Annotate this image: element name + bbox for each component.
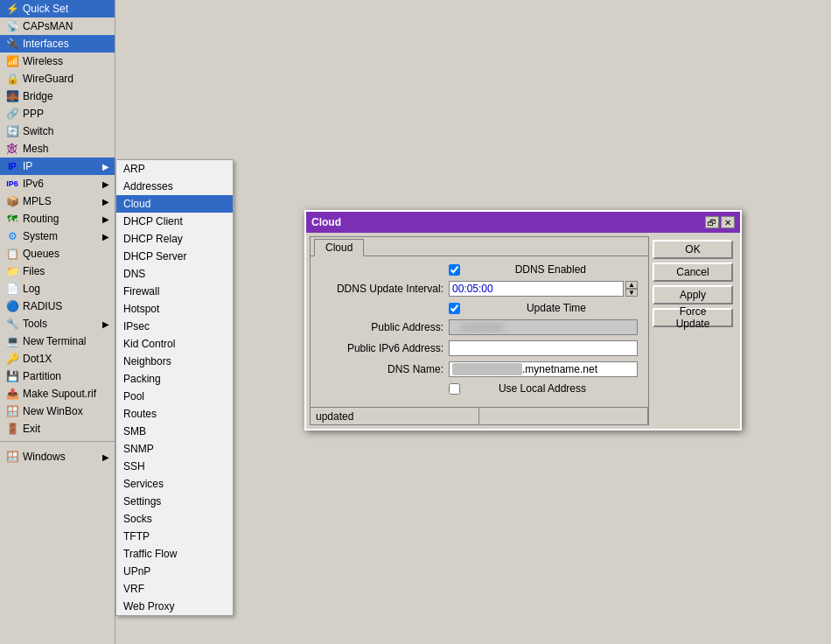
ddns-enabled-checkbox-row: DDNS Enabled — [449, 263, 591, 276]
public-address-input[interactable] — [449, 319, 638, 335]
sidebar-item-new-terminal[interactable]: 💻 New Terminal — [0, 332, 115, 350]
sidebar-item-make-supout[interactable]: 📤 Make Supout.rif — [0, 385, 115, 402]
ok-button[interactable]: OK — [653, 240, 733, 259]
sidebar-item-mesh[interactable]: 🕸 Mesh — [0, 140, 115, 158]
submenu-item-snmp[interactable]: SNMP — [116, 440, 233, 458]
sidebar-item-capsman[interactable]: 📡 CAPsMAN — [0, 18, 115, 35]
submenu-item-hotspot[interactable]: Hotspot — [116, 300, 233, 318]
ip-submenu: ARP Addresses Cloud DHCP Client DHCP Rel… — [115, 159, 234, 616]
sidebar: ⚡ Quick Set 📡 CAPsMAN 🔌 Interfaces 📶 Wir… — [0, 0, 115, 644]
sidebar-item-wireguard[interactable]: 🔒 WireGuard — [0, 70, 115, 88]
submenu-item-web-proxy[interactable]: Web Proxy — [116, 598, 233, 615]
submenu-item-ssh[interactable]: SSH — [116, 458, 233, 475]
submenu-item-addresses[interactable]: Addresses — [116, 178, 233, 195]
sidebar-item-label: Log — [23, 283, 40, 295]
submenu-item-dhcp-client[interactable]: DHCP Client — [116, 213, 233, 230]
cancel-button[interactable]: Cancel — [653, 262, 733, 282]
public-ipv6-row: Public IPv6 Address: — [321, 340, 638, 356]
submenu-item-settings[interactable]: Settings — [116, 493, 233, 510]
submenu-item-arp[interactable]: ARP — [116, 160, 233, 178]
ppp-icon: 🔗 — [5, 107, 19, 121]
submenu-item-pool[interactable]: Pool — [116, 388, 233, 405]
sidebar-item-ipv6[interactable]: IP6 IPv6 ▶ — [0, 175, 115, 192]
mpls-icon: 📦 — [5, 194, 19, 208]
dialog-close-button[interactable]: ✕ — [721, 216, 735, 228]
sidebar-item-windows[interactable]: 🪟 Windows ▶ — [0, 448, 115, 466]
update-time-checkbox[interactable] — [449, 303, 460, 314]
ddns-interval-input[interactable]: 00:05:00 — [449, 281, 624, 297]
submenu-item-socks[interactable]: Socks — [116, 510, 233, 528]
routing-icon: 🗺 — [5, 212, 19, 226]
dialog-restore-button[interactable]: 🗗 — [705, 216, 719, 228]
sidebar-item-new-winbox[interactable]: 🪟 New WinBox — [0, 402, 115, 420]
sidebar-item-label: Switch — [23, 125, 53, 137]
exit-icon: 🚪 — [5, 422, 19, 436]
sidebar-item-label: RADIUS — [23, 300, 62, 312]
submenu-item-services[interactable]: Services — [116, 475, 233, 493]
status-label: updated — [316, 410, 353, 423]
submenu-item-kid-control[interactable]: Kid Control — [116, 335, 233, 353]
submenu-item-dhcp-server[interactable]: DHCP Server — [116, 248, 233, 265]
ip-icon: IP — [5, 159, 19, 173]
submenu-item-dns[interactable]: DNS — [116, 265, 233, 283]
submenu-item-neighbors[interactable]: Neighbors — [116, 353, 233, 370]
submenu-item-dhcp-relay[interactable]: DHCP Relay — [116, 230, 233, 248]
sidebar-item-ppp[interactable]: 🔗 PPP — [0, 105, 115, 122]
force-update-button[interactable]: Force Update — [653, 308, 733, 327]
submenu-item-routes[interactable]: Routes — [116, 405, 233, 423]
sidebar-item-mpls[interactable]: 📦 MPLS ▶ — [0, 192, 115, 210]
submenu-item-tftp[interactable]: TFTP — [116, 528, 233, 545]
routing-arrow-icon: ▶ — [102, 214, 109, 224]
submenu-item-packing[interactable]: Packing — [116, 370, 233, 388]
sidebar-item-label: IP — [23, 160, 32, 172]
submenu-item-smb[interactable]: SMB — [116, 423, 233, 440]
submenu-item-ipsec[interactable]: IPsec — [116, 318, 233, 335]
interval-spin-down[interactable]: ▼ — [625, 289, 638, 297]
sidebar-item-files[interactable]: 📁 Files — [0, 262, 115, 280]
sidebar-item-interfaces[interactable]: 🔌 Interfaces — [0, 35, 115, 52]
interval-spin-up[interactable]: ▲ — [625, 281, 638, 289]
sidebar-item-queues[interactable]: 📋 Queues — [0, 245, 115, 262]
submenu-item-vrf[interactable]: VRF — [116, 580, 233, 598]
sidebar-item-wireless[interactable]: 📶 Wireless — [0, 52, 115, 70]
sidebar-item-switch[interactable]: 🔄 Switch — [0, 122, 115, 140]
dot1x-icon: 🔑 — [5, 352, 19, 366]
sidebar-item-label: Files — [23, 265, 45, 277]
ddns-enabled-checkbox[interactable] — [449, 264, 460, 276]
submenu-item-label: SNMP — [123, 443, 154, 455]
apply-button[interactable]: Apply — [653, 285, 733, 304]
submenu-item-upnp[interactable]: UPnP — [116, 563, 233, 580]
sidebar-item-ip[interactable]: IP IP ▶ — [0, 158, 115, 175]
sidebar-item-radius[interactable]: 🔵 RADIUS — [0, 298, 115, 315]
update-time-checkbox-row: Update Time — [449, 302, 591, 314]
dns-name-blurred — [452, 363, 522, 375]
tab-cloud[interactable]: Cloud — [314, 239, 364, 256]
submenu-item-label: Services — [123, 478, 164, 490]
submenu-item-label: UPnP — [123, 565, 150, 578]
submenu-item-label: SMB — [123, 425, 146, 438]
submenu-item-traffic-flow[interactable]: Traffic Flow — [116, 545, 233, 563]
submenu-item-label: Settings — [123, 495, 161, 508]
tools-arrow-icon: ▶ — [102, 319, 109, 329]
queues-icon: 📋 — [5, 247, 19, 261]
sidebar-item-label: MPLS — [23, 195, 52, 207]
update-time-label: Update Time — [464, 302, 586, 314]
winbox-icon: 🪟 — [5, 404, 19, 418]
sidebar-item-log[interactable]: 📄 Log — [0, 280, 115, 298]
sidebar-item-dot1x[interactable]: 🔑 Dot1X — [0, 350, 115, 368]
sidebar-item-label: Mesh — [23, 143, 48, 155]
use-local-address-checkbox[interactable] — [449, 383, 460, 395]
sidebar-item-quick-set[interactable]: ⚡ Quick Set — [0, 0, 115, 18]
submenu-item-label: Packing — [123, 373, 161, 385]
public-ipv6-input[interactable] — [449, 340, 638, 356]
submenu-item-firewall[interactable]: Firewall — [116, 283, 233, 300]
sidebar-item-tools[interactable]: 🔧 Tools ▶ — [0, 315, 115, 332]
sidebar-item-exit[interactable]: 🚪 Exit — [0, 420, 115, 438]
sidebar-item-system[interactable]: ⚙ System ▶ — [0, 228, 115, 245]
sidebar-item-routing[interactable]: 🗺 Routing ▶ — [0, 210, 115, 228]
tools-icon: 🔧 — [5, 317, 19, 331]
sidebar-item-bridge[interactable]: 🌉 Bridge — [0, 88, 115, 105]
sidebar-item-partition[interactable]: 💾 Partition — [0, 368, 115, 385]
sidebar-item-label: Quick Set — [23, 3, 68, 15]
submenu-item-cloud[interactable]: Cloud — [116, 195, 233, 213]
